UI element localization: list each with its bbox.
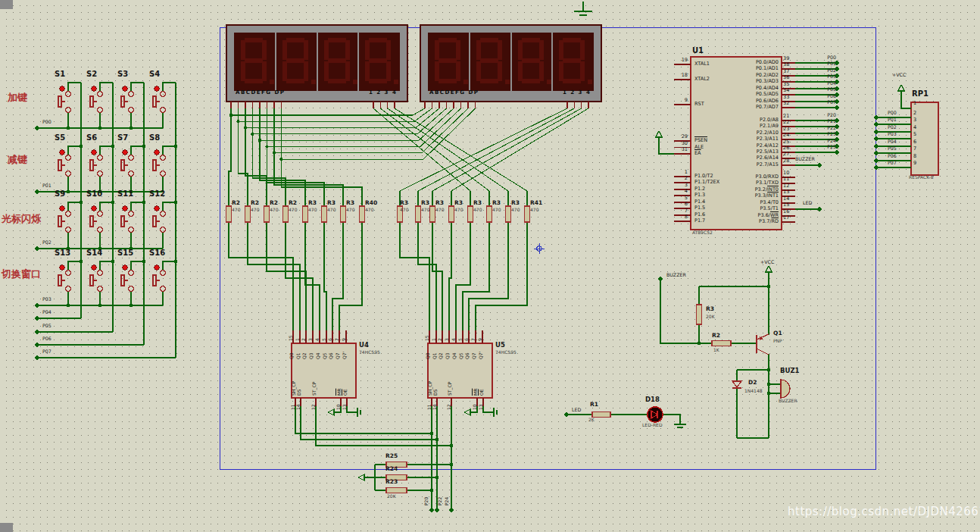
q1-val: PNP	[773, 339, 782, 344]
button-s5[interactable]	[58, 150, 70, 177]
u1-pin-name: PSEN	[694, 138, 707, 143]
res-val: 470	[530, 208, 538, 213]
label-s10: S10	[86, 189, 102, 198]
vcc-arrow-ea	[656, 131, 663, 137]
buzzer-buz1[interactable]	[781, 380, 790, 398]
u5-top-num: 4	[451, 338, 457, 341]
u4-top-num: 5	[322, 338, 327, 341]
u1-pin-num: 36	[783, 75, 789, 80]
res-val: 470	[346, 208, 354, 213]
res-val: 470	[511, 208, 520, 213]
res-val: 470	[327, 208, 336, 213]
button-s9[interactable]	[58, 206, 70, 233]
window-corner	[0, 0, 13, 9]
u5-q-name: Q2	[439, 352, 444, 359]
button-s14[interactable]	[90, 265, 102, 292]
button-s15[interactable]	[121, 265, 133, 292]
u1-pin-name: P1.3	[694, 192, 705, 198]
net-label: P07	[810, 100, 836, 105]
u1-pin-name: ALE	[694, 145, 704, 150]
net-led-left: LED	[572, 408, 581, 413]
u1-pin-name: P3.3/INT1	[712, 193, 779, 199]
u5-bot-num: 13	[479, 404, 484, 410]
net-label: P22	[810, 126, 836, 131]
res-ref: R3	[435, 200, 444, 206]
rp1-pin-num: 7	[913, 146, 916, 152]
res-ref: R2	[270, 200, 278, 206]
u1-pin-num: 11	[783, 177, 789, 182]
u1-pin-name: RST	[694, 102, 704, 107]
proteus-schematic-canvas[interactable]: S1 S2 S3 S4 S5 S6 S7 S8 S9 S10 S11 S12 S…	[0, 0, 980, 532]
button-s7[interactable]	[121, 150, 133, 177]
button-s10[interactable]	[90, 206, 102, 233]
label-s4: S4	[149, 70, 160, 78]
rp1-part: RESPACK-8	[909, 175, 933, 180]
button-s3[interactable]	[121, 86, 133, 113]
buz1-val: BUZZER	[779, 399, 797, 404]
res-ref: R2	[289, 200, 297, 206]
u4-top-num: 7	[335, 338, 340, 341]
u1-pin-num: 32	[783, 101, 789, 106]
resistor-r2[interactable]	[712, 341, 731, 346]
r3-val: 20K	[706, 315, 715, 320]
u1-pin-num: 2	[668, 176, 688, 181]
u4-top-num: 15	[289, 335, 294, 341]
vcc-arrow-buzzer	[766, 266, 772, 272]
res-ref: R3	[327, 200, 336, 206]
rp1-pin-num: 2	[913, 111, 916, 116]
rp1-respack[interactable]	[874, 85, 938, 175]
r1-val: 2K	[588, 418, 595, 423]
label-s2: S2	[86, 70, 97, 78]
net-p00: P00	[42, 120, 51, 125]
res-val: 470	[435, 208, 444, 213]
net-label: P25	[810, 145, 836, 150]
display2-segment-legend: ABCDEFG DP	[429, 90, 479, 96]
buzzer-circuit[interactable]	[658, 266, 790, 438]
res-ref: R40	[365, 200, 377, 206]
u1-pin-name: P2.3/A11	[712, 136, 779, 142]
button-s2[interactable]	[90, 86, 102, 113]
u4-bot-num: 13	[342, 404, 348, 410]
button-s8[interactable]	[153, 150, 165, 177]
label-s11: S11	[117, 189, 133, 198]
net-label: P01	[810, 61, 836, 67]
button-s6[interactable]	[90, 150, 102, 177]
u4-q-name: Q4	[316, 352, 321, 359]
label-s8: S8	[149, 133, 160, 142]
row-function-label: 光标闪烁	[2, 214, 41, 224]
u1-pin-name: P3.7/RD	[712, 219, 779, 224]
button-s4[interactable]	[153, 86, 165, 113]
net-label: P23	[810, 132, 836, 137]
led-circuit[interactable]	[564, 407, 686, 427]
u1-pin-num: 28	[783, 158, 789, 164]
button-s12[interactable]	[153, 206, 165, 233]
net-led: LED	[803, 201, 812, 206]
button-s11[interactable]	[121, 206, 133, 233]
bus-arrow	[358, 474, 364, 480]
resistor-r1[interactable]	[592, 412, 610, 418]
res-val: 470	[308, 208, 317, 213]
segment-bus-junctions	[229, 114, 283, 161]
u5-q-name: Q7	[472, 352, 477, 359]
u1-pin-name: P0.3/AD3	[712, 79, 779, 84]
u5-bot-name: ST_CP	[448, 382, 453, 396]
u1-pin-num: 34	[783, 88, 789, 93]
u5-bot-num: 14	[432, 404, 438, 410]
u5-q-name: Q1	[432, 352, 438, 359]
transistor-q1[interactable]	[757, 334, 769, 355]
diode-d2[interactable]	[732, 381, 741, 388]
label-s12: S12	[149, 189, 165, 198]
resistor-r3[interactable]	[697, 305, 702, 324]
button-s16[interactable]	[153, 265, 165, 292]
res-val: 470	[454, 208, 463, 213]
res-val: 470	[251, 208, 259, 213]
u5-top-num: 6	[464, 338, 470, 341]
rp1-net: P00	[888, 111, 897, 116]
led-d18[interactable]	[648, 407, 663, 422]
u4-q-name: Q1	[296, 352, 301, 359]
button-s1[interactable]	[58, 86, 70, 113]
u5-part: 74HC595	[495, 350, 517, 355]
d18-val: LED-RED	[642, 423, 663, 428]
button-s13[interactable]	[58, 265, 70, 292]
buz1-ref: BUZ1	[780, 368, 799, 374]
